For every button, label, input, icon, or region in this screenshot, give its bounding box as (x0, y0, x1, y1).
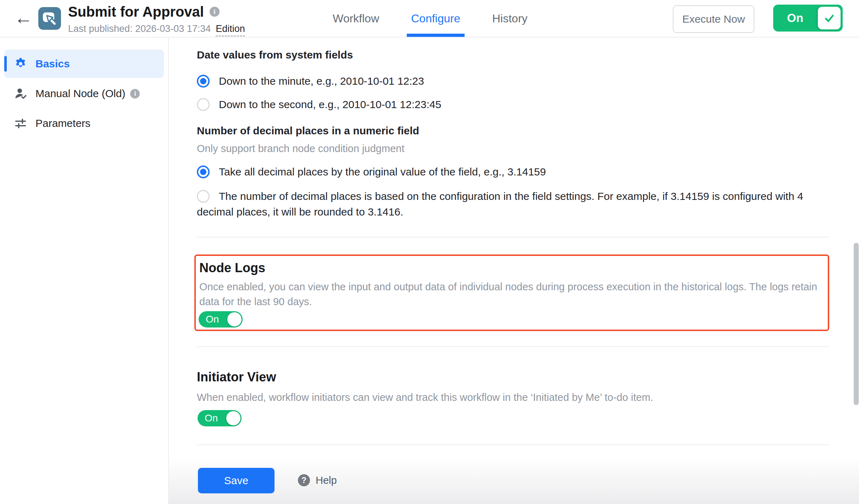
help-label: Help (316, 475, 337, 486)
configure-panel: Date values from system fields Down to t… (169, 37, 859, 504)
workflow-status-knob (818, 7, 841, 29)
vertical-scrollbar-thumb[interactable] (854, 243, 859, 405)
execute-now-button[interactable]: Execute Now (673, 5, 754, 33)
edition-selector[interactable]: Edition (216, 23, 245, 37)
sidebar-item-label: Manual Node (Old) (35, 88, 125, 100)
active-indicator-bar (4, 56, 7, 72)
radio-field-settings-decimal[interactable]: The number of decimal places is based on… (197, 189, 825, 220)
radio-all-decimal-places[interactable]: Take all decimal places by the original … (197, 164, 821, 180)
gear-icon (13, 57, 28, 71)
help-link[interactable]: ? Help (298, 474, 337, 486)
help-question-icon: ? (298, 474, 310, 486)
page-title: Submit for Approval (68, 4, 204, 20)
workflow-status-label: On (773, 5, 817, 32)
back-button[interactable]: ← (13, 8, 33, 28)
nav-tabs: Workflow Configure History (330, 0, 530, 37)
sidebar-item-parameters[interactable]: Parameters (4, 109, 164, 138)
radio-label: Down to the minute, e.g., 2010-10-01 12:… (219, 75, 424, 87)
decimal-places-subtext: Only support branch node condition judgm… (197, 141, 404, 156)
node-logs-description: Once enabled, you can view the input and… (199, 279, 822, 309)
section-divider (197, 237, 829, 237)
manual-node-info-icon[interactable]: i (130, 89, 140, 99)
radio-unselected-icon (197, 98, 210, 111)
initiator-view-description: When enabled, workflow initiators can vi… (197, 390, 821, 405)
sidebar-item-label: Basics (35, 58, 70, 70)
toggle-knob (227, 312, 242, 326)
sidebar: Basics Manual Node (Old) i (0, 37, 169, 504)
sliders-icon (13, 116, 28, 130)
radio-selected-icon (197, 166, 210, 178)
header: ← Submit for Approval i Last published: … (0, 0, 859, 38)
tab-configure[interactable]: Configure (408, 0, 463, 37)
toggle-knob (226, 411, 240, 425)
date-values-heading: Date values from system fields (197, 48, 353, 62)
node-logs-toggle[interactable]: On (199, 311, 243, 327)
sidebar-item-basics[interactable]: Basics (4, 50, 164, 78)
radio-down-to-second[interactable]: Down to the second, e.g., 2010-10-01 12:… (197, 97, 807, 112)
title-block: Submit for Approval i Last published: 20… (68, 3, 245, 37)
node-logs-heading: Node Logs (199, 260, 265, 276)
check-icon (822, 11, 836, 25)
radio-unselected-icon (197, 190, 210, 203)
tab-workflow[interactable]: Workflow (330, 0, 382, 37)
radio-selected-icon (197, 75, 210, 88)
radio-down-to-minute[interactable]: Down to the minute, e.g., 2010-10-01 12:… (197, 73, 807, 89)
radio-label: The number of decimal places is based on… (197, 190, 803, 218)
person-check-icon (13, 86, 28, 101)
sidebar-item-label: Parameters (35, 117, 90, 129)
initiator-view-toggle[interactable]: On (198, 410, 242, 426)
save-button[interactable]: Save (198, 468, 275, 493)
title-info-icon[interactable]: i (210, 7, 220, 17)
section-divider (197, 346, 829, 347)
toggle-on-label: On (206, 311, 219, 327)
decimal-places-heading: Number of decimal places in a numeric fi… (197, 124, 419, 138)
workflow-configure-page: ← Submit for Approval i Last published: … (0, 0, 859, 504)
tab-history[interactable]: History (489, 0, 531, 37)
section-divider (197, 444, 829, 445)
sidebar-item-manual-node[interactable]: Manual Node (Old) i (4, 79, 164, 108)
last-published-text: Last published: 2026-03-03 17:34 (68, 23, 211, 34)
workflow-status-toggle[interactable]: On (773, 5, 843, 32)
back-arrow-icon: ← (14, 7, 33, 28)
radio-label: Take all decimal places by the original … (219, 166, 546, 178)
node-logs-highlight-box: Node Logs Once enabled, you can view the… (194, 254, 829, 331)
toggle-on-label: On (205, 410, 218, 426)
initiator-view-heading: Initiator View (197, 369, 276, 385)
workflow-app-icon (38, 7, 61, 30)
radio-label: Down to the second, e.g., 2010-10-01 12:… (219, 99, 441, 110)
